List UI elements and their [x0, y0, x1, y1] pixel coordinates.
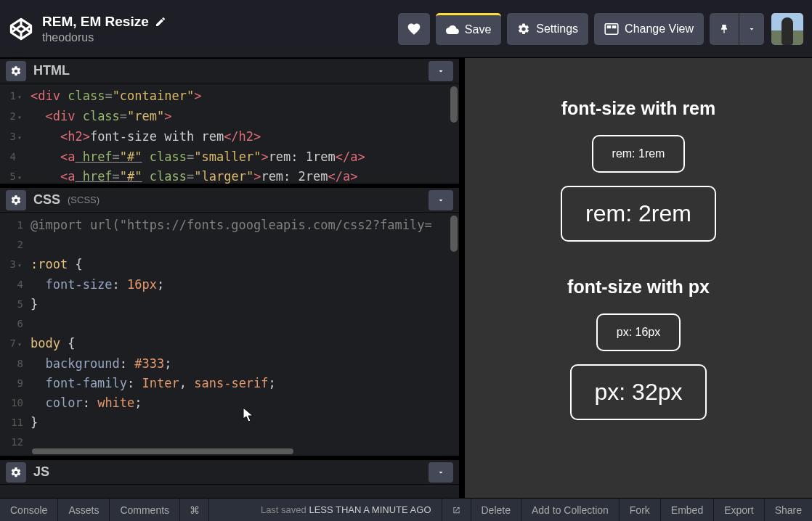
js-pane-header: JS	[0, 460, 459, 485]
gear-icon	[517, 22, 530, 36]
js-pane-menu[interactable]	[429, 462, 453, 483]
settings-label: Settings	[536, 22, 578, 36]
chevron-down-icon	[747, 25, 756, 33]
chevron-down-icon	[437, 67, 445, 75]
pen-author[interactable]: theodorus	[42, 31, 166, 44]
css-pane-header: CSS (SCSS)	[0, 188, 459, 213]
svg-rect-2	[612, 25, 617, 28]
chevron-down-icon	[437, 468, 445, 477]
js-pane: JS	[0, 456, 459, 485]
embed-button[interactable]: Embed	[660, 499, 713, 521]
preview-heading-px: font-size with px	[567, 276, 710, 298]
pen-title-text: REM, EM Resize	[42, 14, 149, 30]
html-settings-button[interactable]	[6, 61, 26, 81]
css-pane-subtitle: (SCSS)	[68, 194, 100, 205]
fork-button[interactable]: Fork	[619, 499, 660, 521]
gear-icon	[10, 194, 22, 206]
html-pane-menu[interactable]	[429, 61, 453, 81]
comments-button[interactable]: Comments	[110, 499, 180, 521]
gear-icon	[10, 65, 22, 77]
share-button[interactable]: Share	[764, 499, 812, 521]
html-pane: HTML 1▾<div class="container"> 2▾ <div c…	[0, 58, 459, 184]
pen-title[interactable]: REM, EM Resize	[42, 14, 166, 30]
css-pane: CSS (SCSS) 1@import url("https://fonts.g…	[0, 184, 459, 456]
console-button[interactable]: Console	[0, 499, 58, 521]
open-external-button[interactable]	[442, 499, 471, 521]
change-view-label: Change View	[625, 22, 694, 36]
svg-rect-0	[605, 23, 618, 33]
settings-button[interactable]: Settings	[507, 13, 588, 45]
delete-button[interactable]: Delete	[471, 499, 521, 521]
preview-box-px-16[interactable]: px: 16px	[596, 313, 681, 351]
add-to-collection-button[interactable]: Add to Collection	[521, 499, 619, 521]
cloud-icon	[446, 23, 459, 36]
export-button[interactable]: Export	[713, 499, 763, 521]
preview-pane: font-size with rem rem: 1rem rem: 2rem f…	[465, 58, 812, 498]
css-pane-menu[interactable]	[429, 190, 453, 210]
save-button[interactable]: Save	[436, 13, 501, 45]
pin-button[interactable]	[710, 13, 739, 45]
save-label: Save	[465, 23, 491, 36]
last-saved-label: Last saved LESS THAN A MINUTE AGO	[261, 504, 442, 515]
pin-icon	[718, 23, 730, 35]
footer-bar: Console Assets Comments ⌘ Last saved LES…	[0, 498, 812, 521]
html-editor[interactable]: 1▾<div class="container"> 2▾ <div class=…	[0, 83, 459, 184]
js-pane-title: JS	[33, 464, 49, 480]
edit-icon[interactable]	[155, 16, 166, 28]
preview-box-px-32[interactable]: px: 32px	[570, 364, 707, 420]
preview-box-rem-1[interactable]: rem: 1rem	[592, 135, 686, 173]
header-bar: REM, EM Resize theodorus Save Settings C…	[0, 0, 812, 58]
external-link-icon	[452, 505, 460, 515]
scrollbar-horizontal[interactable]	[32, 448, 293, 454]
preview-heading-rem: font-size with rem	[561, 98, 716, 119]
css-settings-button[interactable]	[6, 190, 26, 210]
heart-icon	[407, 22, 421, 36]
pin-menu-button[interactable]	[739, 13, 764, 45]
preview-box-rem-2[interactable]: rem: 2rem	[561, 186, 716, 242]
scrollbar-vertical[interactable]	[450, 86, 458, 123]
css-pane-title: CSS	[33, 192, 60, 208]
html-pane-title: HTML	[33, 63, 70, 78]
codepen-icon	[9, 17, 33, 41]
layout-icon	[604, 23, 619, 35]
html-pane-header: HTML	[0, 59, 459, 83]
svg-rect-1	[607, 25, 612, 28]
assets-button[interactable]: Assets	[58, 499, 110, 521]
codepen-logo[interactable]	[9, 17, 33, 41]
main-area: HTML 1▾<div class="container"> 2▾ <div c…	[0, 58, 812, 498]
editors-column: HTML 1▾<div class="container"> 2▾ <div c…	[0, 58, 465, 498]
change-view-button[interactable]: Change View	[594, 13, 704, 45]
gear-icon	[10, 467, 22, 478]
like-button[interactable]	[398, 13, 430, 45]
shortcuts-button[interactable]: ⌘	[180, 499, 209, 521]
js-settings-button[interactable]	[6, 462, 26, 483]
chevron-down-icon	[437, 196, 445, 205]
avatar[interactable]	[771, 13, 803, 45]
scrollbar-vertical[interactable]	[450, 216, 458, 252]
css-editor[interactable]: 1@import url("https://fonts.googleapis.c…	[0, 213, 459, 456]
